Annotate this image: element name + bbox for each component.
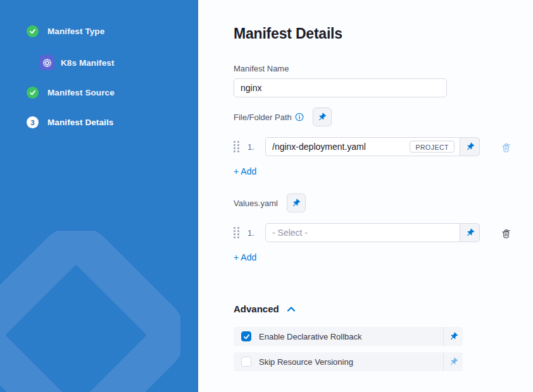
- file-folder-path-header: File/Folder Path: [234, 107, 533, 126]
- manifest-details-form: Manifest Details Manifest Name File/Fold…: [198, 0, 533, 392]
- add-values-yaml-link[interactable]: + Add: [234, 252, 256, 262]
- row-index: 1.: [248, 142, 258, 152]
- wizard-sidebar: Manifest Type K8s Manife: [0, 0, 198, 392]
- step-manifest-source[interactable]: Manifest Source: [27, 87, 198, 99]
- wizard-steps: Manifest Type K8s Manife: [0, 0, 198, 128]
- file-path-value: /nginx-deployment.yaml: [272, 142, 366, 152]
- substep-label: K8s Manifest: [61, 58, 114, 68]
- skip-resource-versioning-checkbox[interactable]: [241, 357, 251, 367]
- check-circle-icon: [27, 25, 39, 37]
- step-label: Manifest Type: [47, 27, 104, 36]
- file-folder-path-row: 1. /nginx-deployment.yaml PROJECT: [234, 137, 533, 156]
- scope-badge: PROJECT: [410, 141, 455, 153]
- manifest-details-wizard: Manifest Type K8s Manife: [0, 0, 533, 392]
- values-yaml-label: Values.yaml: [234, 199, 278, 208]
- row-index: 1.: [248, 228, 258, 238]
- step-label: Manifest Details: [47, 118, 113, 127]
- skip-resource-versioning-row: Skip Resource Versioning: [234, 352, 463, 371]
- values-yaml-row: 1. - Select -: [234, 223, 533, 242]
- declarative-rollback-label: Enable Declarative Rollback: [259, 332, 362, 341]
- file-folder-path-label: File/Folder Path: [234, 113, 292, 122]
- pin-icon: [463, 226, 476, 239]
- check-circle-icon: [27, 87, 39, 99]
- values-select-placeholder: - Select -: [272, 228, 308, 238]
- drag-handle-icon[interactable]: [234, 141, 239, 152]
- declarative-rollback-checkbox[interactable]: [241, 331, 251, 341]
- file-path-input[interactable]: /nginx-deployment.yaml PROJECT: [265, 137, 460, 156]
- delete-file-path-button[interactable]: [500, 141, 512, 153]
- step-number-badge: 3: [27, 116, 39, 128]
- harness-logo-watermark: [0, 231, 180, 392]
- manifest-name-label: Manifest Name: [234, 64, 533, 73]
- advanced-title: Advanced: [234, 303, 279, 314]
- pin-icon: [446, 355, 460, 368]
- file-path-pin-button[interactable]: [460, 137, 480, 156]
- drag-handle-icon[interactable]: [234, 227, 239, 238]
- page-title: Manifest Details: [234, 25, 533, 42]
- file-path-input-group: /nginx-deployment.yaml PROJECT: [265, 137, 480, 156]
- delete-values-row-button[interactable]: [500, 227, 512, 239]
- pin-icon: [446, 329, 460, 343]
- step-label: Manifest Source: [47, 88, 115, 97]
- skip-resource-versioning-label: Skip Resource Versioning: [259, 357, 353, 367]
- file-folder-path-pin-button[interactable]: [313, 107, 332, 126]
- skip-resource-versioning-pin-button[interactable]: [444, 352, 463, 371]
- substep-k8s-manifest[interactable]: K8s Manifest: [39, 55, 198, 70]
- declarative-rollback-row: Enable Declarative Rollback: [234, 327, 463, 346]
- pin-icon: [289, 196, 303, 209]
- values-pin-button[interactable]: [460, 223, 480, 242]
- chevron-up-icon: [287, 306, 296, 312]
- values-select-group: - Select -: [265, 223, 480, 242]
- add-file-path-link[interactable]: + Add: [234, 166, 256, 176]
- manifest-name-input[interactable]: [234, 78, 447, 97]
- advanced-section-toggle[interactable]: Advanced: [234, 303, 533, 314]
- pin-icon: [463, 140, 476, 153]
- kubernetes-icon: [39, 55, 54, 70]
- declarative-rollback-pin-button[interactable]: [444, 327, 463, 346]
- values-yaml-pin-button[interactable]: [287, 193, 306, 212]
- step-manifest-type[interactable]: Manifest Type: [27, 25, 198, 37]
- values-select-input[interactable]: - Select -: [265, 223, 460, 242]
- pin-icon: [315, 110, 329, 123]
- values-yaml-header: Values.yaml: [234, 193, 533, 212]
- step-manifest-details[interactable]: 3 Manifest Details: [27, 116, 198, 128]
- info-icon[interactable]: [295, 113, 304, 121]
